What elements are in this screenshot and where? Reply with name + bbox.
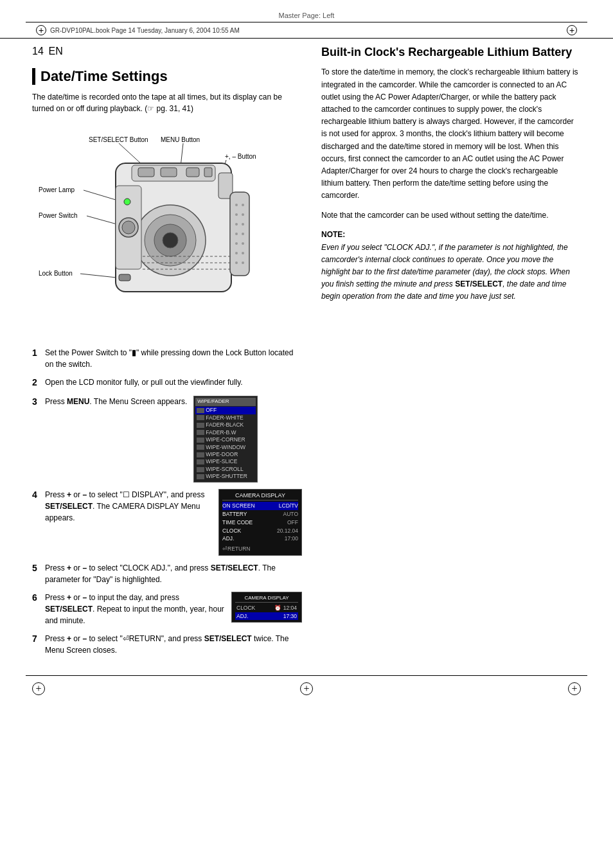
svg-point-38: [242, 261, 244, 264]
step-7-number: 7: [32, 632, 42, 646]
svg-point-33: [235, 242, 238, 245]
svg-point-21: [122, 221, 135, 234]
file-info-bar: GR-DVP10PAL.book Page 14 Tuesday, Januar…: [0, 22, 613, 39]
svg-rect-40: [161, 168, 177, 177]
bottom-crosshair-left: +: [32, 682, 45, 695]
svg-rect-24: [230, 192, 249, 276]
svg-point-30: [242, 223, 244, 226]
file-info-text: GR-DVP10PAL.book Page 14 Tuesday, Januar…: [50, 27, 563, 34]
step-5-text: Press + or – to select "CLOCK ADJ.", and…: [45, 562, 302, 585]
step-6-text: Press + or – to input the day, and press…: [45, 592, 302, 626]
bottom-crosshair-center: +: [300, 682, 313, 695]
page-num-value: 14: [32, 46, 44, 57]
step-4: 4 Press + or – to select "☐ DISPLAY", an…: [32, 489, 302, 556]
step-3-text: Press MENU. The Menu Screen appears. WIP…: [45, 396, 302, 482]
step-7: 7 Press + or – to select "⏎RETURN", and …: [32, 633, 302, 656]
step-6-number: 6: [32, 591, 42, 605]
step-5-number: 5: [32, 562, 42, 575]
step-4-number: 4: [32, 488, 42, 502]
camera-display-small-menu: CAMERA DISPLAY CLOCK⏰ 12:04 ADJ.17:30: [231, 592, 302, 623]
svg-point-37: [235, 261, 238, 264]
step-7-text: Press + or – to select "⏎RETURN", and pr…: [45, 633, 302, 656]
wipe-fader-menu: WIPE/FADER OFF FADER-WHITE FADER-BLACK F…: [193, 396, 258, 482]
svg-rect-42: [204, 168, 212, 177]
body-paragraph-1: To store the date/time in memory, the cl…: [321, 66, 581, 202]
step-1-text: Set the Power Switch to "▮" while pressi…: [45, 347, 299, 370]
step-4-text: Press + or – to select "☐ DISPLAY", and …: [45, 489, 302, 556]
step-3-number: 3: [32, 395, 42, 409]
step-3: 3 Press MENU. The Menu Screen appears. W…: [32, 396, 302, 482]
step-1-number: 1: [32, 346, 42, 360]
svg-point-31: [235, 233, 238, 235]
svg-text:SET/SELECT Button: SET/SELECT Button: [89, 136, 148, 143]
left-column: 14 EN Date/Time Settings The date/time i…: [32, 45, 302, 662]
svg-point-36: [242, 252, 244, 254]
svg-point-34: [242, 242, 244, 245]
step-2-number: 2: [32, 376, 42, 389]
master-page-label: Master Page: Left: [0, 0, 613, 22]
step-1: 1 Set the Power Switch to "▮" while pres…: [32, 347, 302, 370]
svg-point-32: [242, 233, 244, 235]
svg-text:+, – Button: +, – Button: [225, 153, 256, 160]
intro-text: The date/time is recorded onto the tape …: [32, 91, 302, 114]
right-section-title: Built-in Clock's Rechargeable Lithium Ba…: [321, 45, 581, 60]
bottom-markers: + + +: [0, 676, 613, 702]
step-6: 6 Press + or – to input the day, and pre…: [32, 592, 302, 626]
note-text: Even if you select "CLOCK ADJ.", if the …: [321, 242, 581, 303]
step-5: 5 Press + or – to select "CLOCK ADJ.", a…: [32, 562, 302, 585]
svg-rect-39: [138, 168, 154, 177]
svg-rect-41: [186, 168, 199, 177]
svg-text:Lock Button: Lock Button: [39, 270, 73, 277]
body-paragraph-2: Note that the camcorder can be used with…: [321, 209, 581, 222]
page-number: 14 EN: [32, 45, 302, 66]
right-column: Built-in Clock's Rechargeable Lithium Ba…: [321, 45, 581, 662]
crosshair-left: [36, 25, 46, 35]
page-num-suffix: EN: [49, 46, 63, 57]
svg-rect-23: [119, 274, 130, 281]
camera-diagram: SET/SELECT Button MENU Button +, – Butto…: [32, 125, 276, 337]
svg-text:Power Switch: Power Switch: [39, 212, 78, 219]
camera-display-menu: CAMERA DISPLAY ON SCREENLCD/TV BATTERYAU…: [218, 489, 302, 556]
bottom-crosshair-right: +: [568, 682, 581, 695]
svg-point-25: [235, 204, 238, 206]
svg-point-35: [235, 252, 238, 254]
svg-point-28: [242, 213, 244, 216]
svg-text:Power Lamp: Power Lamp: [39, 186, 75, 193]
step-2: 2 Open the LCD monitor fully, or pull ou…: [32, 376, 302, 389]
svg-text:MENU Button: MENU Button: [161, 136, 200, 143]
svg-point-29: [235, 223, 238, 226]
steps-list: 1 Set the Power Switch to "▮" while pres…: [32, 347, 302, 655]
note-label: NOTE:: [321, 230, 581, 239]
svg-point-26: [242, 204, 244, 206]
svg-point-27: [235, 213, 238, 216]
left-section-title: Date/Time Settings: [32, 68, 302, 85]
svg-point-16: [163, 233, 178, 248]
step-2-text: Open the LCD monitor fully, or pull out …: [45, 376, 302, 388]
svg-point-22: [124, 199, 130, 205]
crosshair-right: [567, 25, 577, 35]
